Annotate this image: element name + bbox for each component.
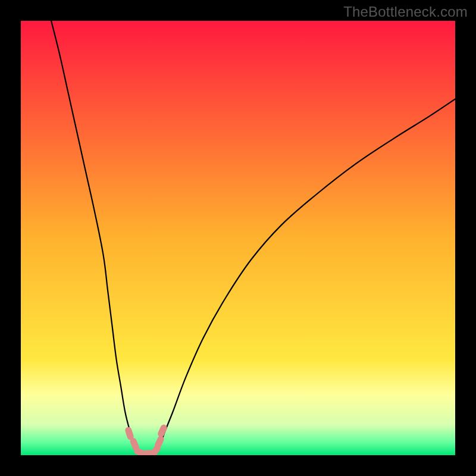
watermark-text: TheBottleneck.com	[343, 4, 468, 20]
plot-area	[21, 21, 455, 455]
chart-container: TheBottleneck.com	[0, 0, 476, 476]
chart-svg	[21, 21, 455, 455]
gradient-background	[21, 21, 455, 455]
